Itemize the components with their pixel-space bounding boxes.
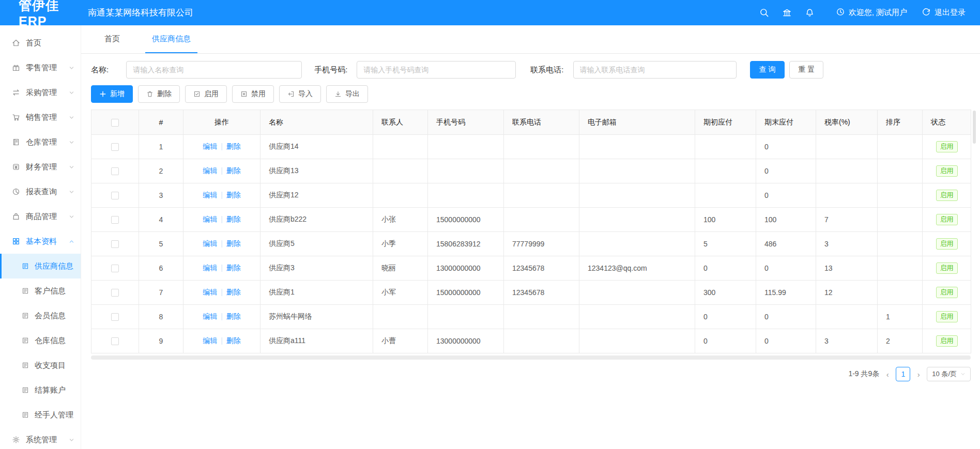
horizontal-scrollbar[interactable] — [91, 355, 971, 360]
cell-mobile: 15806283912 — [428, 232, 504, 256]
next-page-button[interactable]: › — [915, 370, 922, 379]
sidebar-item-warehouse[interactable]: 仓库管理 — [0, 130, 81, 154]
enable-button[interactable]: 启用 — [185, 85, 227, 103]
sidebar-item-system[interactable]: 系统管理 — [0, 427, 81, 449]
sidebar-item-purchase[interactable]: 采购管理 — [0, 80, 81, 105]
sidebar-item-goods[interactable]: 商品管理 — [0, 204, 81, 229]
bell-icon[interactable] — [799, 8, 821, 18]
edit-link[interactable]: 编辑 — [203, 215, 217, 223]
import-button[interactable]: 导入 — [279, 85, 321, 103]
delete-link[interactable]: 删除 — [226, 215, 241, 223]
cell-tax: 3 — [816, 329, 878, 353]
query-button[interactable]: 查 询 — [750, 61, 785, 79]
bank-icon — [782, 8, 792, 18]
cell-name: 供应商b222 — [261, 208, 373, 232]
edit-link[interactable]: 编辑 — [203, 166, 217, 175]
cell-actions: 编辑|删除 — [183, 305, 261, 329]
sidebar-item-finance[interactable]: 财务管理 — [0, 154, 81, 179]
cell-tax — [816, 183, 878, 208]
delete-button[interactable]: 删除 — [138, 85, 180, 103]
delete-link[interactable]: 删除 — [226, 264, 241, 272]
phone-input[interactable] — [573, 61, 737, 79]
cell-email — [579, 329, 695, 353]
cell-tax — [816, 159, 878, 183]
vertical-scrollbar[interactable] — [973, 111, 976, 144]
sidebar-subitem-warehouse-info[interactable]: 仓库信息 — [0, 328, 81, 353]
status-badge: 启用 — [936, 165, 958, 177]
delete-link[interactable]: 删除 — [226, 239, 241, 247]
status-badge: 启用 — [936, 214, 958, 225]
sidebar-item-basedata[interactable]: 基本资料 — [0, 229, 81, 254]
current-page[interactable]: 1 — [896, 367, 910, 381]
row-checkbox[interactable] — [111, 143, 119, 151]
basedata-icon — [12, 237, 20, 245]
edit-link[interactable]: 编辑 — [203, 264, 217, 272]
reset-button[interactable]: 重 置 — [789, 61, 823, 79]
tab-home[interactable]: 首页 — [98, 25, 127, 53]
cell-phone: 12345678 — [504, 281, 579, 305]
cell-opening: 0 — [695, 256, 756, 281]
sidebar-subitem-settlement-account[interactable]: 结算账户 — [0, 378, 81, 402]
row-checkbox[interactable] — [111, 289, 119, 297]
edit-link[interactable]: 编辑 — [203, 336, 217, 345]
logout-button[interactable]: 退出登录 — [922, 7, 966, 18]
search-icon[interactable] — [753, 8, 776, 18]
cell-email — [579, 281, 695, 305]
edit-link[interactable]: 编辑 — [203, 239, 217, 247]
row-checkbox[interactable] — [111, 192, 119, 199]
cell-name: 苏州蜗牛网络 — [261, 305, 373, 329]
row-checkbox[interactable] — [111, 167, 119, 175]
column-header: 名称 — [261, 110, 373, 135]
name-input[interactable] — [126, 61, 302, 79]
doc-icon — [22, 262, 29, 270]
edit-link[interactable]: 编辑 — [203, 312, 217, 320]
import-icon — [287, 90, 295, 98]
mobile-input[interactable] — [357, 61, 516, 79]
select-all-checkbox[interactable] — [111, 119, 119, 127]
prev-page-button[interactable]: ‹ — [884, 370, 891, 379]
delete-link[interactable]: 删除 — [226, 191, 241, 199]
sidebar-item-sales[interactable]: 销售管理 — [0, 105, 81, 130]
row-checkbox[interactable] — [111, 240, 119, 248]
welcome-user[interactable]: 欢迎您, 测试用户 — [836, 7, 907, 18]
sidebar-item-retail[interactable]: 零售管理 — [0, 55, 81, 80]
delete-link[interactable]: 删除 — [226, 336, 241, 345]
cell-sort — [878, 281, 923, 305]
export-button[interactable]: 导出 — [326, 85, 368, 103]
bank-icon[interactable] — [776, 8, 799, 18]
delete-link[interactable]: 删除 — [226, 312, 241, 320]
cell-opening: 5 — [695, 232, 756, 256]
add-button[interactable]: 新增 — [91, 85, 133, 103]
delete-link[interactable]: 删除 — [226, 288, 241, 296]
delete-link[interactable]: 删除 — [226, 166, 241, 175]
row-checkbox[interactable] — [111, 313, 119, 321]
chevron-down-icon — [69, 214, 74, 220]
sidebar-subitem-handler-management[interactable]: 经手人管理 — [0, 402, 81, 427]
disable-button[interactable]: 禁用 — [232, 85, 274, 103]
table-header-row: #操作名称联系人手机号码联系电话电子邮箱期初应付期末应付税率(%)排序状态 — [91, 110, 971, 135]
sidebar-item-home[interactable]: 首页 — [0, 30, 81, 55]
cell-tax: 3 — [816, 232, 878, 256]
page-size-select[interactable]: 10 条/页 — [927, 367, 971, 381]
edit-link[interactable]: 编辑 — [203, 142, 217, 150]
chevron-down-icon — [69, 65, 74, 71]
app-logo[interactable]: 管伊佳ERP — [0, 0, 83, 29]
cell-actions: 编辑|删除 — [183, 159, 261, 183]
tab-supplier-info[interactable]: 供应商信息 — [145, 25, 197, 53]
sidebar-subitem-member-info[interactable]: 会员信息 — [0, 303, 81, 328]
cell-name: 供应商13 — [261, 159, 373, 183]
sidebar-subitem-income-expense[interactable]: 收支项目 — [0, 353, 81, 378]
edit-link[interactable]: 编辑 — [203, 191, 217, 199]
sidebar-item-label: 系统管理 — [26, 435, 57, 445]
sidebar-subitem-supplier-info[interactable]: 供应商信息 — [0, 254, 81, 278]
edit-link[interactable]: 编辑 — [203, 288, 217, 296]
status-badge: 启用 — [936, 141, 958, 152]
row-checkbox[interactable] — [111, 337, 119, 345]
row-checkbox[interactable] — [111, 216, 119, 224]
sidebar-item-report[interactable]: 报表查询 — [0, 179, 81, 204]
table-row: 5编辑|删除供应商5小季158062839127777999954863启用 — [91, 232, 971, 256]
row-checkbox[interactable] — [111, 265, 119, 272]
sidebar-subitem-customer-info[interactable]: 客户信息 — [0, 278, 81, 303]
cell-actions: 编辑|删除 — [183, 281, 261, 305]
delete-link[interactable]: 删除 — [226, 142, 241, 150]
